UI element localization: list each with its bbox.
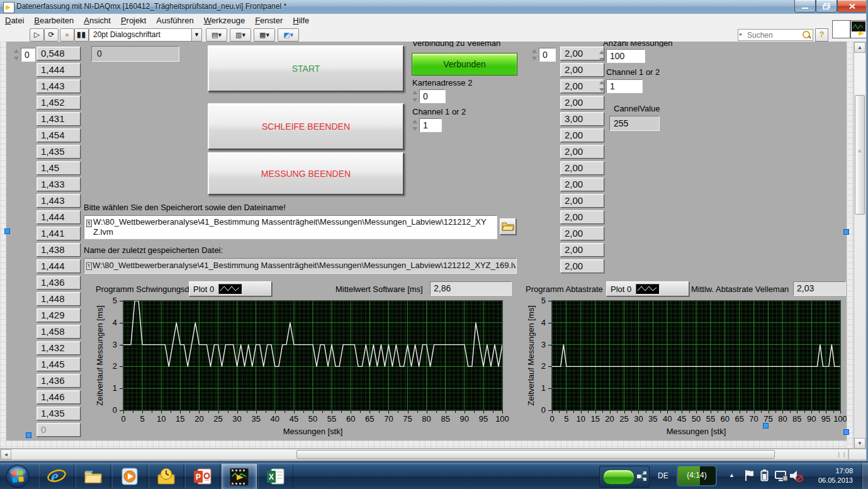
anzahl-spinner[interactable]	[598, 49, 606, 63]
restore-button[interactable]	[816, 0, 837, 13]
browse-folder-button[interactable]	[500, 218, 516, 235]
array-cell[interactable]: 1,452	[37, 96, 81, 110]
array-cell[interactable]: 1,444	[37, 259, 81, 273]
anzahl-value[interactable]: 100	[606, 49, 645, 63]
array-cell[interactable]: 2,00	[560, 145, 604, 159]
font-selector-arrow-icon[interactable]: ▼	[191, 28, 202, 42]
horizontal-scrollbar[interactable]: ◄ ❘❘❘	[0, 449, 848, 460]
taskbar-clock[interactable]: 17:08 06.05.2013	[818, 466, 853, 485]
array-cell[interactable]: 1,438	[37, 243, 81, 257]
array-cell[interactable]: 0,548	[37, 47, 81, 60]
messung-beenden-button[interactable]: MESSUNG BEENDEN	[208, 152, 404, 195]
taskbar-media-player-icon[interactable]	[112, 464, 147, 489]
connector-pane[interactable]	[832, 20, 850, 38]
menu-datei[interactable]: Datei	[0, 14, 29, 28]
array-cell[interactable]: 2,00	[560, 210, 604, 224]
taskbar-outlook-icon[interactable]	[149, 464, 184, 489]
plot-area[interactable]	[123, 301, 502, 410]
menu-fenster[interactable]: Fenster	[250, 14, 288, 28]
channel-left-spinner[interactable]	[411, 118, 419, 132]
pause-button[interactable]: ▮▮	[74, 28, 89, 42]
array-cell[interactable]: 1,436	[37, 276, 81, 289]
left-array-index-spinner[interactable]	[13, 48, 20, 62]
run-button[interactable]: ▷	[30, 28, 44, 42]
taskbar-windows-explorer-icon[interactable]	[76, 464, 111, 489]
array-cell[interactable]: 1,435	[37, 407, 81, 420]
chart-abtastrate[interactable]: Zeitverlauf Messungen [ms] Messungen [st…	[524, 297, 850, 441]
scroll-down-arrow-icon[interactable]: ▼	[854, 438, 865, 449]
array-cell[interactable]: 2,00	[560, 194, 604, 208]
kartenadresse-spinner[interactable]	[411, 89, 419, 103]
show-desktop-button[interactable]	[862, 463, 868, 489]
taskbar-powerpoint-icon[interactable]: P	[185, 464, 220, 489]
array-cell[interactable]: 1,443	[37, 194, 81, 208]
scroll-up-arrow-icon[interactable]: ▲	[854, 42, 865, 53]
resize-objects-button[interactable]: ▦▾	[254, 28, 275, 42]
chart2-plot-legend[interactable]: Plot 0	[606, 281, 689, 296]
start-button[interactable]: START	[208, 45, 404, 92]
run-continuous-button[interactable]: ⟳	[44, 28, 59, 42]
array-cell[interactable]: 2,00	[560, 63, 604, 77]
battery-time-widget[interactable]: (4:14)	[677, 465, 717, 486]
selection-handle[interactable]	[843, 229, 849, 235]
menu-ansicht[interactable]: Ansicht	[79, 14, 116, 28]
taskbar-internet-explorer-icon[interactable]: e	[39, 464, 74, 489]
verbunden-led[interactable]: Verbunden	[412, 53, 517, 76]
selection-handle[interactable]	[26, 432, 31, 438]
menu-projekt[interactable]: Projekt	[116, 14, 151, 28]
close-button[interactable]	[837, 0, 867, 13]
array-cell[interactable]: 2,00	[560, 177, 604, 191]
array-cell[interactable]: 2,00	[560, 96, 604, 110]
minimize-button[interactable]	[794, 0, 816, 13]
array-cell[interactable]: 2,00	[560, 128, 604, 142]
vertical-scrollbar-thumb[interactable]: ≡	[855, 95, 865, 215]
action-center-flag-icon[interactable]	[745, 469, 755, 484]
menu-ausführen[interactable]: Ausführen	[151, 14, 198, 28]
search-input[interactable]	[746, 30, 799, 40]
channel-right-value[interactable]: 1	[606, 79, 643, 93]
search-box[interactable]: ▸	[738, 29, 813, 41]
array-cell[interactable]: 1,454	[37, 128, 81, 142]
plot-area[interactable]	[552, 301, 840, 410]
language-indicator[interactable]: DE	[658, 471, 668, 480]
array-cell[interactable]: 1,441	[37, 227, 81, 240]
menu-hilfe[interactable]: Hilfe	[288, 14, 314, 28]
taskbar-labview-icon-active[interactable]	[222, 464, 257, 489]
array-cell[interactable]: 1,436	[37, 374, 81, 388]
chart-schwingungsdauer[interactable]: Zeitverlauf Messungen [ms] Messungen [st…	[93, 297, 517, 441]
array-cell[interactable]: 3,00	[560, 112, 604, 126]
scroll-left-arrow-icon[interactable]: ◄	[1, 449, 11, 459]
save-path-input[interactable]: ¶ W:\80_Wettbewerberanalyse\41_Bestimmun…	[84, 215, 497, 239]
menu-bearbeiten[interactable]: Bearbeiten	[29, 14, 79, 28]
show-hidden-icons-button[interactable]: ▲	[729, 472, 735, 478]
array-cell[interactable]: 2,00	[560, 259, 604, 273]
array-cell[interactable]: 1,445	[37, 357, 81, 371]
volume-muted-icon[interactable]	[789, 469, 803, 485]
start-button-orb[interactable]	[3, 464, 33, 489]
schleife-beenden-button[interactable]: SCHLEIFE BEENDEN	[208, 103, 404, 150]
selection-handle[interactable]	[763, 423, 769, 429]
array-cell[interactable]: 2,00	[560, 161, 604, 175]
array-cell[interactable]: 1,444	[37, 210, 81, 224]
right-array-index[interactable]: 0	[539, 48, 556, 62]
array-cell[interactable]: 2,00	[560, 227, 604, 240]
array-cell[interactable]: 1,443	[37, 79, 81, 93]
channel-left-value[interactable]: 1	[419, 118, 442, 132]
channel-right-spinner[interactable]	[598, 79, 606, 93]
array-cell[interactable]: 1,433	[37, 177, 81, 191]
array-cell[interactable]: 2,00	[560, 243, 604, 257]
array-cell[interactable]: 1,458	[37, 325, 81, 339]
horizontal-scrollbar-thumb[interactable]	[296, 450, 775, 459]
font-selector[interactable]: 20pt Dialogschriftart	[89, 28, 196, 42]
distribute-objects-button[interactable]: ▥▾	[230, 28, 251, 42]
left-array-index[interactable]: 0	[21, 48, 35, 62]
taskbar-excel-icon[interactable]: X	[258, 464, 293, 489]
array-cell[interactable]: 1,446	[37, 390, 81, 404]
selection-handle[interactable]	[843, 429, 849, 435]
kartenadresse-value[interactable]: 0	[419, 89, 446, 103]
menu-werkzeuge[interactable]: Werkzeuge	[199, 14, 251, 28]
align-objects-button[interactable]: ▤▾	[206, 28, 227, 42]
array-cell[interactable]: 1,45	[37, 161, 81, 175]
vertical-scrollbar[interactable]: ▲ ≡ ▼	[854, 42, 866, 449]
network-tray-icon[interactable]	[774, 471, 788, 485]
